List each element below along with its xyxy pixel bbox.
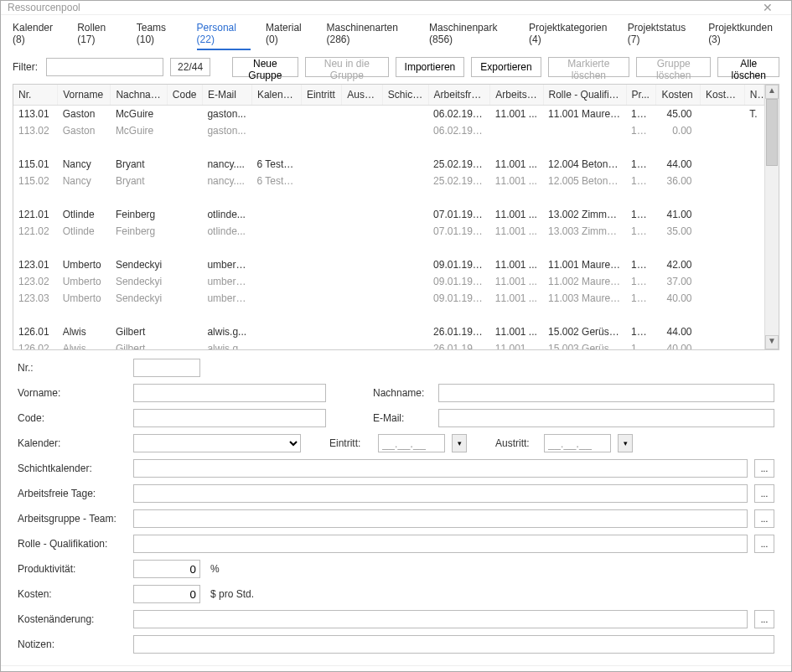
kostenaenderung-browse-button[interactable]: ... (754, 610, 774, 628)
kosten-field[interactable] (133, 585, 200, 603)
export-button[interactable]: Exportieren (471, 57, 541, 77)
tab-5[interactable]: Maschinenarten (286) (326, 22, 414, 50)
kalender-select[interactable] (133, 434, 301, 452)
nr-field[interactable] (133, 359, 200, 377)
rolle-browse-button[interactable]: ... (754, 535, 774, 553)
new-in-group-button[interactable]: Neu in die Gruppe (305, 57, 389, 77)
kostenaenderung-label: Kostenänderung: (18, 613, 127, 625)
arbeitsgruppe-browse-button[interactable]: ... (754, 509, 774, 528)
arbeitsfreie-browse-button[interactable]: ... (754, 484, 774, 503)
prod-unit: % (210, 563, 220, 575)
delete-group-button[interactable]: Gruppe löschen (636, 57, 711, 77)
col-header[interactable]: Kosten... (701, 85, 745, 105)
email-label: E-Mail: (373, 412, 432, 424)
delete-all-button[interactable]: Alle löschen (717, 57, 779, 77)
table-row[interactable]: 121.02OtlindeFeinbergotlinde...07.01.19;… (13, 223, 764, 240)
delete-marked-button[interactable]: Markierte löschen (548, 57, 629, 77)
tab-bar: Kalender (8)Rollen (17)Teams (10)Persona… (1, 15, 791, 50)
col-header[interactable]: Pr... (626, 85, 656, 105)
col-header[interactable]: Nachname (111, 85, 167, 105)
col-header[interactable]: Vorname (58, 85, 111, 105)
email-field[interactable] (438, 409, 774, 427)
eintritt-picker-icon[interactable]: ▾ (452, 434, 467, 452)
table-row[interactable]: 113.02GastonMcGuiregaston...06.02.19-0..… (13, 122, 764, 139)
nr-label: Nr.: (18, 362, 127, 374)
scroll-thumb[interactable] (766, 99, 778, 166)
austritt-label: Austritt: (495, 437, 537, 449)
table-row[interactable]: 126.01AlwisGilbertalwis.g...26.01.19;2..… (13, 323, 764, 340)
tab-6[interactable]: Maschinenpark (856) (429, 22, 514, 50)
vertical-scrollbar[interactable]: ▲ ▼ (764, 85, 779, 349)
col-header[interactable]: Kosten (656, 85, 701, 105)
schicht-browse-button[interactable]: ... (754, 459, 774, 478)
code-label: Code: (18, 412, 127, 424)
filter-count: 22/44 (170, 58, 210, 76)
table-row[interactable]: 113.01GastonMcGuiregaston...06.02.19-0..… (13, 105, 764, 122)
resource-table[interactable]: Nr.VornameNachnameCodeE-MailKalenderEint… (13, 85, 764, 349)
close-icon[interactable]: ✕ (751, 1, 784, 14)
arbeitsfreie-field[interactable] (133, 484, 748, 503)
tab-1[interactable]: Rollen (17) (77, 22, 122, 50)
filter-label: Filter: (13, 61, 38, 73)
eintritt-label: Eintritt: (329, 437, 371, 449)
table-container: Nr.VornameNachnameCodeE-MailKalenderEint… (13, 84, 779, 350)
tab-4[interactable]: Material (0) (266, 22, 311, 50)
col-header[interactable]: N... (744, 85, 764, 105)
col-header[interactable]: Eintritt (301, 85, 341, 105)
detail-form: Nr.: Vorname: Nachname: Code: E-Mail: Ka… (1, 350, 791, 665)
vorname-field[interactable] (133, 384, 326, 402)
tab-3[interactable]: Personal (22) (197, 22, 251, 50)
kosten-unit: $ pro Std. (210, 588, 254, 600)
import-button[interactable]: Importieren (396, 57, 465, 77)
col-header[interactable]: Code (167, 85, 202, 105)
table-row[interactable]: 115.02NancyBryantnancy....6 Test-S...25.… (13, 173, 764, 189)
col-header[interactable]: Schichtk... (382, 85, 428, 105)
eintritt-field[interactable] (378, 434, 445, 452)
table-row[interactable]: 126.02AlwisGilbertalwis.g...26.01.19;2..… (13, 340, 764, 350)
col-header[interactable]: Arbeitsfreie... (428, 85, 490, 105)
new-group-button[interactable]: Neue Gruppe (232, 57, 298, 77)
rolle-label: Rolle - Qualifikation: (18, 538, 127, 550)
arbeitsfreie-label: Arbeitsfreie Tage: (18, 488, 127, 499)
kalender-label: Kalender: (18, 437, 127, 449)
dialog-footer: OK Abbrechen Hilfe (1, 665, 791, 672)
tab-2[interactable]: Teams (10) (137, 22, 182, 50)
table-row[interactable]: 123.03UmbertoSendeckyiumbert...09.01.19;… (13, 290, 764, 307)
austritt-field[interactable] (544, 434, 611, 452)
tab-7[interactable]: Projektkategorien (4) (529, 22, 613, 50)
col-header[interactable]: Nr. (13, 85, 58, 105)
col-header[interactable]: Rolle - Qualifik... (543, 85, 626, 105)
vorname-label: Vorname: (18, 387, 127, 399)
schicht-label: Schichtkalender: (18, 463, 127, 474)
nachname-field[interactable] (438, 384, 774, 402)
window-title: Ressourcenpool (8, 2, 751, 13)
titlebar: Ressourcenpool ✕ (1, 1, 791, 15)
rolle-field[interactable] (133, 535, 748, 553)
scroll-down-icon[interactable]: ▼ (765, 335, 779, 349)
notizen-field[interactable] (133, 635, 774, 654)
notizen-label: Notizen: (18, 638, 127, 650)
prod-field[interactable] (133, 560, 200, 578)
table-row[interactable]: 123.02UmbertoSendeckyiumbert...09.01.19;… (13, 273, 764, 290)
col-header[interactable]: Austritt (342, 85, 382, 105)
prod-label: Produktivität: (18, 563, 127, 575)
kostenaenderung-field[interactable] (133, 610, 748, 628)
col-header[interactable]: Kalender (251, 85, 301, 105)
arbeitsgruppe-label: Arbeitsgruppe - Team: (18, 513, 127, 525)
austritt-picker-icon[interactable]: ▾ (618, 434, 633, 452)
nachname-label: Nachname: (373, 387, 432, 399)
arbeitsgruppe-field[interactable] (133, 509, 748, 528)
tab-0[interactable]: Kalender (8) (13, 22, 62, 50)
table-row[interactable]: 115.01NancyBryantnancy....6 Test-S...25.… (13, 156, 764, 173)
kosten-label: Kosten: (18, 588, 127, 600)
col-header[interactable]: Arbeitsgr... (490, 85, 543, 105)
code-field[interactable] (133, 409, 326, 427)
tab-9[interactable]: Projektkunden (3) (708, 22, 779, 50)
table-row[interactable]: 123.01UmbertoSendeckyiumbert...09.01.19;… (13, 256, 764, 273)
schicht-field[interactable] (133, 459, 748, 478)
scroll-up-icon[interactable]: ▲ (765, 85, 779, 99)
col-header[interactable]: E-Mail (202, 85, 251, 105)
table-row[interactable]: 121.01OtlindeFeinbergotlinde...07.01.19;… (13, 206, 764, 223)
tab-8[interactable]: Projektstatus (7) (628, 22, 693, 50)
filter-input[interactable] (46, 58, 163, 76)
